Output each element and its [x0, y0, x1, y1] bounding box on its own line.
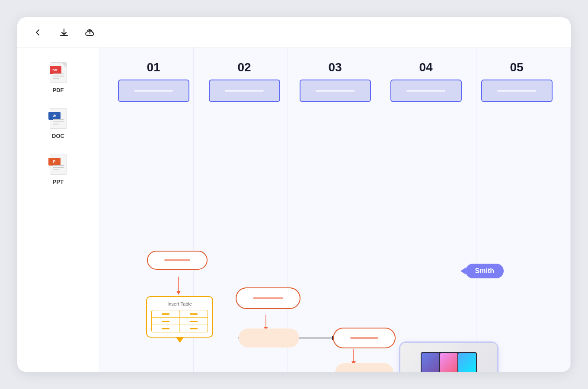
sidebar-item-pdf[interactable]: PDF PDF — [46, 61, 70, 93]
monitor-card — [399, 341, 499, 372]
doc-icon: W — [46, 106, 70, 130]
canvas: 01 02 03 04 — [99, 48, 571, 372]
download-button[interactable] — [56, 25, 72, 40]
pdf-label: PDF — [53, 87, 64, 93]
main-container: PDF PDF W — [17, 17, 571, 372]
flow-pill-col1-top — [147, 251, 208, 270]
insert-table-card: Insert Table — [146, 296, 213, 338]
col-number-4: 04 — [419, 61, 432, 74]
ppt-label: PPT — [53, 179, 64, 185]
doc-label: DOC — [52, 133, 64, 139]
col-header-4: 04 — [380, 61, 471, 102]
flow-rounded-col3 — [335, 363, 393, 372]
sidebar: PDF PDF W — [17, 48, 99, 372]
col-number-3: 03 — [328, 61, 342, 74]
flow-pill-col2-top — [236, 287, 300, 309]
col-header-2: 02 — [199, 61, 290, 102]
col-box-4 — [390, 80, 462, 102]
sidebar-item-ppt[interactable]: P PPT — [46, 152, 70, 185]
col-box-5 — [481, 80, 553, 102]
toolbar — [17, 17, 571, 48]
col-header-5: 05 — [471, 61, 562, 102]
col-number-1: 01 — [147, 61, 160, 74]
back-button[interactable] — [30, 25, 46, 40]
col-box-3 — [300, 80, 371, 102]
monitor-screen — [421, 352, 477, 372]
col-number-2: 02 — [237, 61, 251, 74]
col-box-1 — [118, 80, 189, 102]
content-area: PDF PDF W — [17, 48, 571, 372]
col-box-2 — [209, 80, 280, 102]
insert-table-title: Insert Table — [151, 301, 208, 306]
table-preview — [151, 310, 208, 332]
column-headers: 01 02 03 04 — [99, 61, 571, 102]
flow-pill-col3 — [333, 328, 396, 348]
cloud-upload-button[interactable] — [82, 25, 98, 40]
col-header-3: 03 — [290, 61, 380, 102]
ppt-icon: P — [46, 152, 70, 176]
col-number-5: 05 — [510, 61, 523, 74]
pdf-icon: PDF — [46, 61, 70, 84]
sidebar-item-doc[interactable]: W DOC — [46, 106, 70, 139]
smith-badge: Smith — [466, 264, 504, 278]
col-header-1: 01 — [108, 61, 199, 102]
flow-rounded-col2 — [239, 328, 299, 348]
